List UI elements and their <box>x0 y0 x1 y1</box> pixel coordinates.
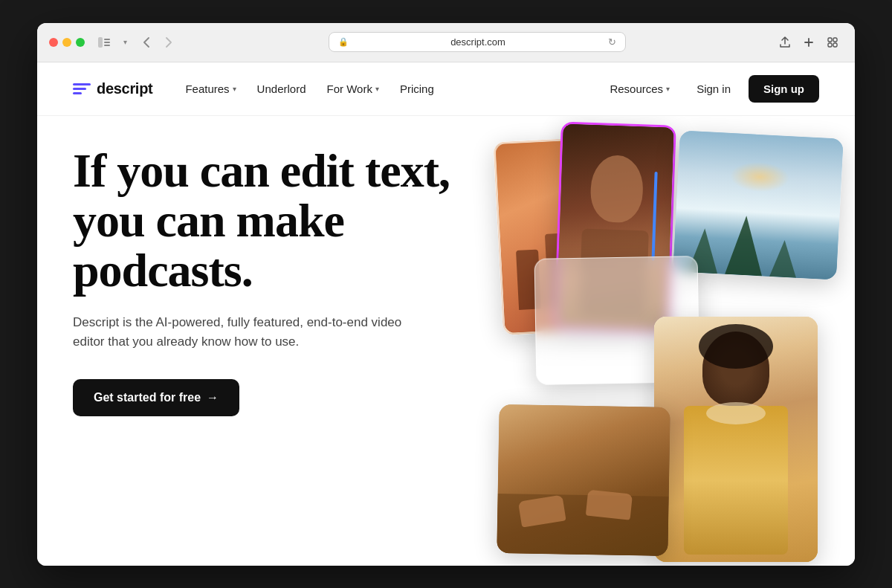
svg-rect-1 <box>104 39 110 40</box>
new-tab-button[interactable] <box>798 32 819 53</box>
svg-rect-3 <box>104 45 110 46</box>
media-card-woman <box>654 317 818 562</box>
arrow-icon: → <box>207 391 219 404</box>
svg-rect-2 <box>104 42 110 43</box>
hero-section: If you can edit text, you can make podca… <box>37 116 855 566</box>
address-bar[interactable]: 🔒 descript.com ↻ <box>329 32 626 52</box>
hero-headline: If you can edit text, you can make podca… <box>73 146 519 296</box>
maximize-button[interactable] <box>76 38 85 47</box>
sign-in-button[interactable]: Sign in <box>685 77 743 101</box>
close-button[interactable] <box>49 38 58 47</box>
chevron-down-icon: ▾ <box>666 85 670 93</box>
chevron-down-icon: ▾ <box>375 85 379 93</box>
sign-up-button[interactable]: Sign up <box>749 75 819 103</box>
svg-rect-0 <box>98 37 103 48</box>
hero-text: If you can edit text, you can make podca… <box>73 146 519 416</box>
cta-button[interactable]: Get started for free → <box>73 379 239 416</box>
browser-window: ▾ 🔒 descript.com ↻ <box>37 23 855 566</box>
traffic-lights <box>49 38 85 47</box>
svg-rect-5 <box>833 38 837 42</box>
share-button[interactable] <box>775 32 795 53</box>
logo-text: descript <box>97 80 152 97</box>
browser-actions <box>775 32 843 53</box>
hero-subtext: Descript is the AI-powered, fully featur… <box>73 313 430 352</box>
media-card-desk <box>497 404 670 556</box>
url-display: descript.com <box>355 36 602 48</box>
lock-icon: 🔒 <box>338 37 349 47</box>
nav-pricing[interactable]: Pricing <box>391 77 443 101</box>
chevron-down-icon: ▾ <box>123 38 127 46</box>
svg-rect-7 <box>833 43 837 47</box>
minimize-button[interactable] <box>62 38 71 47</box>
logo-icon <box>73 80 91 97</box>
forward-button[interactable] <box>158 32 179 53</box>
address-bar-wrapper: 🔒 descript.com ↻ <box>188 32 766 52</box>
nav-resources[interactable]: Resources ▾ <box>601 77 679 101</box>
tab-overview-button[interactable] <box>822 32 843 53</box>
nav-for-work[interactable]: For Work ▾ <box>317 77 387 101</box>
logo-link[interactable]: descript <box>73 80 152 97</box>
media-card-winter <box>673 130 844 280</box>
svg-rect-4 <box>828 38 832 42</box>
back-button[interactable] <box>136 32 157 53</box>
chevron-down-icon: ▾ <box>233 85 236 93</box>
refresh-button[interactable]: ↻ <box>608 36 616 48</box>
browser-chrome: ▾ 🔒 descript.com ↻ <box>37 23 855 62</box>
nav-right: Resources ▾ Sign in Sign up <box>601 75 819 103</box>
page-content: descript Features ▾ Underlord For Work ▾… <box>37 62 855 566</box>
nav-links: Features ▾ Underlord For Work ▾ Pricing <box>176 77 601 101</box>
nav-buttons <box>136 32 179 53</box>
site-nav: descript Features ▾ Underlord For Work ▾… <box>37 62 855 116</box>
svg-rect-6 <box>828 43 832 47</box>
sidebar-toggle-icon[interactable] <box>94 32 114 53</box>
nav-underlord[interactable]: Underlord <box>248 77 315 101</box>
nav-features[interactable]: Features ▾ <box>176 77 245 101</box>
